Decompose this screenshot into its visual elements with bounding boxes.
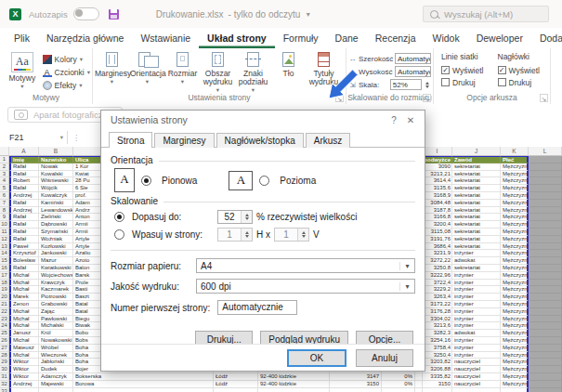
width-dropdown[interactable]: Automatycz▾ (395, 53, 431, 64)
cell-A30[interactable]: Wiktor (9, 366, 39, 373)
fit-v-spinner[interactable]: 1 (274, 228, 309, 242)
first-page-input[interactable]: Automatycznie (217, 300, 297, 315)
cell-J25[interactable]: adwokat (452, 330, 501, 337)
cell-K14[interactable]: Mężczyzna (501, 250, 529, 257)
cell-J9[interactable]: sekretariat (452, 214, 501, 221)
cell-J28[interactable]: inżynier (452, 352, 501, 359)
cell-K11[interactable]: Mężczyzna (501, 229, 529, 236)
cell-A3[interactable]: Rafał (9, 171, 39, 178)
paper-size-select[interactable]: A4 ▾ (196, 258, 415, 273)
cell-B25[interactable]: Król (39, 330, 73, 337)
cell-C33[interactable] (73, 388, 214, 392)
cell-L19[interactable] (529, 286, 562, 294)
row-header-1[interactable]: 1 (0, 156, 9, 163)
cell-B16[interactable]: Kwiatkowski (39, 265, 73, 272)
cell-J27[interactable]: inżynier (452, 345, 501, 352)
cell-J19[interactable]: inżynier (452, 286, 501, 294)
row-header-29[interactable]: 29 (0, 359, 9, 366)
cell-L4[interactable] (529, 177, 562, 185)
cell-B7[interactable]: Kamiński (39, 200, 73, 207)
cell-I32[interactable]: 3150 (423, 381, 452, 388)
cell-J7[interactable]: sekretariat (452, 200, 501, 207)
cell-L9[interactable] (529, 214, 562, 221)
cell-L8[interactable] (529, 207, 562, 215)
help-icon[interactable]: ? (386, 115, 402, 125)
cell-C32[interactable]: Borowa (73, 381, 214, 388)
cell-I7[interactable]: 3084,48 (423, 200, 452, 207)
cell-I10[interactable]: 3200,4 (423, 221, 452, 229)
menu-tab-formuły[interactable]: Formuły (275, 28, 327, 48)
cell-B30[interactable]: Dudek (39, 366, 73, 373)
cell-B29[interactable]: Jabłoński (39, 359, 73, 366)
cell-L27[interactable] (529, 345, 562, 352)
cell-K20[interactable]: Mężczyzna (501, 294, 529, 301)
cell-L7[interactable] (529, 200, 562, 207)
scale-dialog-launcher-icon[interactable]: ↘ (423, 94, 431, 102)
cancel-button[interactable]: Anuluj (356, 349, 413, 367)
radio-landscape[interactable] (259, 176, 269, 186)
cell-A10[interactable]: Rafał (9, 221, 39, 229)
close-icon[interactable]: ✕ (402, 115, 419, 125)
row-header-30[interactable]: 30 (0, 366, 9, 373)
cell-K33[interactable] (501, 388, 529, 392)
cell-B1[interactable]: Nazwisko (39, 156, 73, 163)
cell-B31[interactable]: Adamczyk (39, 373, 73, 381)
cell-I26[interactable]: 3254,16 (423, 337, 452, 345)
cell-A20[interactable]: Marek (9, 294, 39, 301)
cell-I4[interactable]: 3614,4 (423, 177, 452, 185)
cell-L10[interactable] (529, 221, 562, 229)
cell-J11[interactable]: sekretariat (452, 229, 501, 236)
radio-fit-to[interactable] (114, 229, 124, 240)
cell-J17[interactable]: inżynier (452, 272, 501, 280)
button-rozmiar[interactable]: Rozmiar▾ (165, 51, 200, 85)
cell-I3[interactable]: 3213,21 (423, 171, 452, 178)
cell-L33[interactable] (529, 388, 562, 392)
cell-J21[interactable]: inżynier (452, 301, 501, 308)
cell-B24[interactable]: Michalski (39, 322, 73, 330)
cell-B28[interactable]: Wieczorek (39, 352, 73, 359)
cell-I17[interactable]: 3222,96 (423, 272, 452, 280)
cell-A2[interactable]: Rafał (9, 163, 39, 171)
cell-J22[interactable]: inżynier (452, 308, 501, 316)
cell-L5[interactable] (529, 185, 562, 192)
cell-A14[interactable]: Krzysztof (9, 250, 39, 257)
cell-B27[interactable]: Wróbel (39, 345, 73, 352)
cell-J10[interactable]: sekretariat (452, 221, 501, 229)
column-header-L[interactable]: L (529, 147, 562, 156)
menu-tab-recenzja[interactable]: Recenzja (367, 28, 425, 48)
cell-L24[interactable] (529, 322, 562, 330)
fit-h-spinner[interactable]: 1 (217, 228, 253, 242)
cell-J33[interactable] (452, 388, 501, 392)
cell-G33[interactable] (382, 388, 415, 392)
row-header-21[interactable]: 21 (0, 301, 9, 308)
cell-A28[interactable]: Michał (9, 352, 39, 359)
cell-K25[interactable]: Mężczyzna (501, 330, 529, 337)
row-header-14[interactable]: 14 (0, 250, 9, 257)
cell-A19[interactable]: Michał (9, 286, 39, 294)
cell-B13[interactable]: Kozłowski (39, 243, 73, 251)
cell-H31[interactable] (415, 373, 423, 381)
cell-B11[interactable]: Szymański (39, 229, 73, 236)
row-header-9[interactable]: 9 (0, 214, 9, 221)
cell-L23[interactable] (529, 316, 562, 323)
cell-K5[interactable]: Mężczyzna (501, 185, 529, 192)
tab-strona[interactable]: Strona (109, 132, 152, 148)
row-header-7[interactable]: 7 (0, 200, 9, 207)
cell-G31[interactable]: 0% (382, 373, 415, 381)
row-header-3[interactable]: 3 (0, 171, 9, 178)
column-header-I[interactable]: I (423, 147, 452, 156)
cell-J15[interactable]: adwokat (452, 257, 501, 265)
cell-B20[interactable]: Piotrowski (39, 294, 73, 301)
cell-K3[interactable]: Mężczyzna (501, 171, 529, 178)
row-header-15[interactable]: 15 (0, 257, 9, 265)
print-quality-select[interactable]: 600 dpi ▾ (196, 279, 415, 294)
cell-K29[interactable]: Mężczyzna (501, 359, 529, 366)
column-header-A[interactable]: A (9, 147, 39, 156)
cell-L31[interactable] (529, 373, 562, 381)
headings-print-checkbox[interactable]: Drukuj (498, 76, 547, 88)
radio-adjust-to[interactable] (114, 212, 124, 222)
row-header-12[interactable]: 12 (0, 236, 9, 243)
cell-K22[interactable]: Mężczyzna (501, 308, 529, 316)
cell-A16[interactable]: Rafał (9, 265, 39, 272)
cell-A15[interactable]: Bolesław (9, 257, 39, 265)
